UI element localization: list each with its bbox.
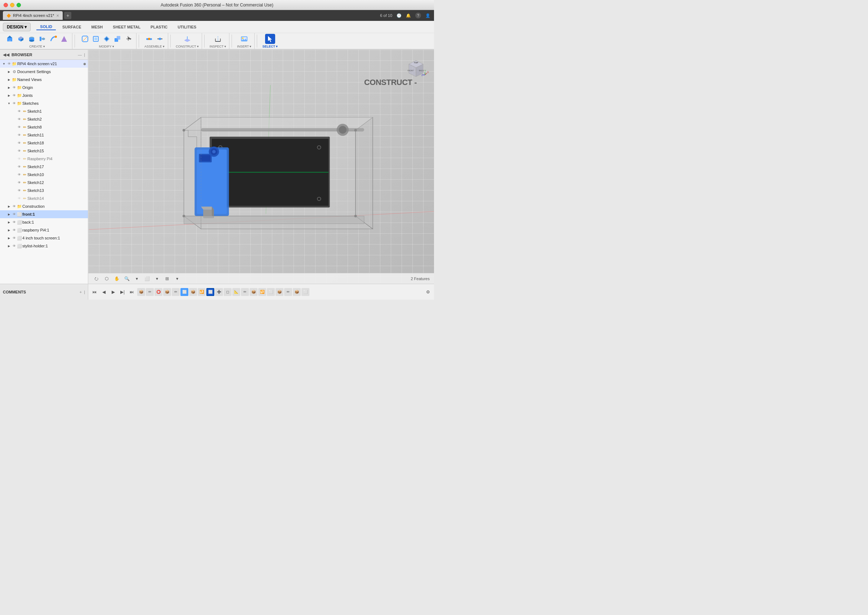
sketch2-vis-icon[interactable]: 👁 (17, 117, 22, 122)
toolbar-tab-surface[interactable]: SURFACE (59, 24, 85, 30)
back1-vis-icon[interactable]: 👁 (11, 220, 17, 225)
tree-item-sketch8[interactable]: ▶ 👁 ✏ Sketch8 (0, 123, 88, 131)
modify-move-icon[interactable] (123, 34, 133, 44)
sketch8-vis-icon[interactable]: 👁 (17, 125, 22, 130)
comments-pin-button[interactable]: | (84, 290, 85, 294)
origin-vis-icon[interactable]: 👁 (11, 85, 17, 90)
sketch12-vis-icon[interactable]: 👁 (17, 180, 22, 185)
create-extrude-icon[interactable] (5, 34, 15, 44)
browser-pin-button[interactable]: — (78, 53, 82, 57)
origin-expand[interactable]: ▶ (6, 85, 11, 90)
tree-item-back1[interactable]: ▶ 👁 ⬜ back:1 (0, 218, 88, 226)
timeline-feature-6[interactable]: ⬜ (180, 288, 188, 296)
sketches-expand[interactable]: ▼ (6, 101, 11, 106)
timeline-feature-2[interactable]: ✏ (146, 288, 154, 296)
construction-expand[interactable]: ▶ (6, 204, 11, 209)
front1-vis-icon[interactable]: 👁 (11, 212, 17, 217)
timeline-feature-8[interactable]: 🔁 (198, 288, 206, 296)
inspect-measure-icon[interactable] (213, 34, 223, 44)
maximize-button[interactable] (17, 3, 21, 7)
stylist-holder1-expand[interactable]: ▶ (6, 244, 11, 248)
timeline-play-button[interactable]: ▶ (109, 288, 117, 296)
toolbar-tab-utilities[interactable]: UTILITIES (174, 24, 200, 30)
bell-icon[interactable]: 🔔 (406, 13, 411, 18)
tree-item-front1[interactable]: ▶ 👁 ⬜ front:1 (0, 210, 88, 218)
modify-fillet-icon[interactable] (80, 34, 90, 44)
tree-item-touch-screen1[interactable]: ▶ 👁 ⬜ 4 inch touch screen:1 (0, 234, 88, 242)
tree-item-sketches[interactable]: ▼ 👁 📁 Sketches (0, 99, 88, 107)
sketch15-vis-icon[interactable]: 👁 (17, 148, 22, 153)
timeline-feature-7[interactable]: 📦 (189, 288, 197, 296)
timeline-feature-15[interactable]: 🔁 (258, 288, 266, 296)
sketch10-vis-icon[interactable]: 👁 (17, 172, 22, 177)
tree-item-joints[interactable]: ▶ 👁 📁 Joints (0, 92, 88, 99)
profile-icon[interactable]: 👤 (425, 13, 430, 18)
display-mode-icon[interactable]: ⬜ (143, 275, 151, 283)
timeline-feature-17[interactable]: 📦 (276, 288, 283, 296)
timeline-next-button[interactable]: ▶| (119, 288, 126, 296)
create-sweep-icon[interactable] (48, 34, 58, 44)
view-cube[interactable]: TOP FRONT BACK X Y Z (403, 55, 429, 80)
close-button[interactable] (4, 3, 8, 7)
design-menu-button[interactable]: DESIGN ▾ (3, 23, 31, 31)
timeline-feature-14[interactable]: 📦 (250, 288, 258, 296)
tree-item-sketch18[interactable]: ▶ 👁 ✏ Sketch18 (0, 139, 88, 147)
tree-item-raspberry-pi4[interactable]: ▶ 👁 ✏ Raspberry Pi4 (0, 155, 88, 163)
sketch14-vis-icon[interactable]: 👁 (17, 196, 22, 201)
visual-style-icon[interactable]: ▾ (153, 275, 161, 283)
root-expand-icon[interactable]: ▼ (2, 61, 6, 66)
construction-vis-icon[interactable]: 👁 (11, 204, 17, 209)
toolbar-tab-mesh[interactable]: MESH (88, 24, 107, 30)
tree-item-sketch2[interactable]: ▶ 👁 ✏ Sketch2 (0, 115, 88, 123)
tree-item-sketch14[interactable]: ▶ 👁 ✏ Sketch14 (0, 194, 88, 202)
timeline-feature-4[interactable]: 📦 (163, 288, 171, 296)
viewport[interactable]: CONSTRUCT - (88, 50, 434, 284)
touch-screen1-vis-icon[interactable]: 👁 (11, 236, 17, 240)
insert-image-icon[interactable] (239, 34, 249, 44)
timeline-feature-11[interactable]: ◻ (224, 288, 232, 296)
timeline-feature-19[interactable]: 📦 (293, 288, 301, 296)
modify-shell-icon[interactable] (91, 34, 101, 44)
timeline-prev-button[interactable]: ◀ (100, 288, 108, 296)
pan-tool-icon[interactable]: ✋ (113, 275, 121, 283)
timeline-feature-13[interactable]: ✏ (241, 288, 249, 296)
toolbar-tab-plastic[interactable]: PLASTIC (147, 24, 171, 30)
toolbar-tab-solid[interactable]: SOLID (36, 24, 56, 30)
tree-item-stylist-holder1[interactable]: ▶ 👁 ⬜ stylist-holder:1 (0, 242, 88, 250)
create-box-icon[interactable] (16, 34, 26, 44)
tree-item-sketch10[interactable]: ▶ 👁 ✏ Sketch10 (0, 171, 88, 179)
zoom-icon[interactable]: 🔍 (123, 275, 131, 283)
root-vis-icon[interactable]: 👁 (6, 61, 11, 66)
tree-item-sketch12[interactable]: ▶ 👁 ✏ Sketch12 (0, 179, 88, 187)
sketch1-vis-icon[interactable]: 👁 (17, 109, 22, 114)
sketch13-vis-icon[interactable]: 👁 (17, 188, 22, 193)
timeline-feature-1[interactable]: 📦 (137, 288, 145, 296)
modify-combine-icon[interactable] (112, 34, 122, 44)
home-view-icon[interactable]: ⬡ (103, 275, 111, 283)
timeline-settings-button[interactable]: ⚙ (424, 288, 432, 296)
orbit-tool-icon[interactable]: ⭮ (92, 275, 100, 283)
stylist-holder1-vis-icon[interactable]: 👁 (11, 244, 17, 248)
tree-item-sketch11[interactable]: ▶ 👁 ✏ Sketch11 (0, 131, 88, 139)
comments-expand-button[interactable]: + (80, 290, 82, 294)
touch-screen1-expand[interactable]: ▶ (6, 236, 11, 240)
timeline-feature-16[interactable]: ⬜ (267, 288, 275, 296)
browser-back-button[interactable]: ◀◀ (3, 52, 9, 57)
assemble-joint-icon[interactable] (144, 34, 154, 44)
timeline-first-button[interactable]: ⏮ (91, 288, 98, 296)
timeline-feature-12[interactable]: 📐 (232, 288, 240, 296)
assemble-rigid-icon[interactable] (155, 34, 165, 44)
tree-item-construction[interactable]: ▶ 👁 📁 Construction (0, 202, 88, 210)
tree-item-rpi4-1[interactable]: ▶ 👁 ⬜ raspberry Pi4:1 (0, 226, 88, 234)
more-tools-icon[interactable]: ▾ (173, 275, 181, 283)
sketch11-vis-icon[interactable]: 👁 (17, 133, 22, 137)
sketches-vis-icon[interactable]: 👁 (11, 101, 17, 106)
joints-vis-icon[interactable]: 👁 (11, 93, 17, 98)
timeline-feature-5[interactable]: ✏ (172, 288, 180, 296)
toolbar-tab-sheet-metal[interactable]: SHEET METAL (109, 24, 144, 30)
joints-expand[interactable]: ▶ (6, 93, 11, 98)
sketch17-vis-icon[interactable]: 👁 (17, 164, 22, 169)
timeline-last-button[interactable]: ⏭ (128, 288, 136, 296)
help-icon[interactable]: ? (415, 12, 421, 18)
rpi4-1-vis-icon[interactable]: 👁 (11, 228, 17, 233)
